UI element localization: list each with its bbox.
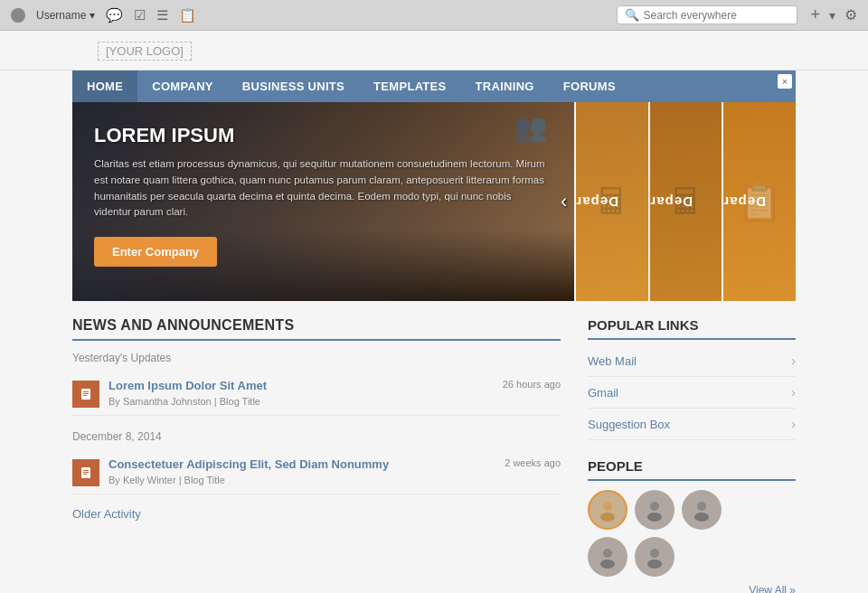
svg-rect-7 xyxy=(83,474,87,475)
hero-arrow-left[interactable]: ‹ xyxy=(561,190,567,213)
sidebar-section: POPULAR LINKS Web Mail › Gmail › Suggest… xyxy=(588,317,796,593)
nav-item-home[interactable]: HOME xyxy=(72,71,137,102)
news-date-group-2: December 8, 2014 xyxy=(72,430,561,443)
news-time-1: 26 hours ago xyxy=(503,379,561,390)
hero-section: 👥 LOREM IPSUM Claritas est etiam process… xyxy=(72,102,796,301)
top-bar: Username ▾ 💬 ☑ ☰ 📋 🔍 + ▾ ⚙ xyxy=(0,0,868,31)
chevron-down-icon: ▾ xyxy=(90,9,95,22)
document-icon xyxy=(80,388,92,400)
dept-label-2: Department xyxy=(648,165,722,238)
calendar-icon[interactable]: 📋 xyxy=(179,7,196,24)
svg-rect-6 xyxy=(83,472,89,473)
avatar-2[interactable] xyxy=(635,490,675,530)
svg-point-9 xyxy=(600,513,615,522)
chat-icon[interactable]: 💬 xyxy=(106,7,123,24)
nav-item-training[interactable]: TRAINING xyxy=(461,71,549,102)
popular-link-webmail-label: Web Mail xyxy=(588,354,637,368)
news-body-1: Lorem Ipsum Dolor Sit Amet By Samantha J… xyxy=(108,379,494,408)
avatar-icon-4 xyxy=(595,544,620,569)
department-col-1[interactable]: 🖩 Department xyxy=(574,102,648,301)
svg-point-13 xyxy=(694,513,709,522)
chevron-right-icon-1: › xyxy=(791,353,796,368)
svg-rect-3 xyxy=(83,395,87,396)
settings-icon[interactable]: ⚙ xyxy=(844,6,857,24)
svg-point-12 xyxy=(697,502,706,511)
news-icon-1 xyxy=(72,381,99,408)
nav-bar: HOME COMPANY BUSINESS UNITS TEMPLATES TR… xyxy=(72,71,796,102)
view-all-people-link[interactable]: View All » xyxy=(588,584,796,593)
popular-links-title: POPULAR LINKS xyxy=(588,317,796,340)
svg-rect-2 xyxy=(83,393,89,394)
news-date-label-2: December 8, 2014 xyxy=(72,430,561,443)
hero-description: Claritas est etiam processus dynamicus, … xyxy=(94,156,547,221)
news-section-title: NEWS AND ANNOUNCEMENTS xyxy=(72,317,561,341)
svg-point-14 xyxy=(603,549,612,558)
avatar-icon-1 xyxy=(595,497,620,522)
older-activity-link[interactable]: Older Activity xyxy=(72,507,141,521)
popular-link-suggestion-label: Suggestion Box xyxy=(588,418,670,431)
list-icon[interactable]: ☰ xyxy=(156,7,168,24)
svg-point-16 xyxy=(650,549,659,558)
news-item-2: Consectetuer Adipiscing Elit, Sed Diam N… xyxy=(72,450,561,494)
svg-rect-1 xyxy=(83,391,89,392)
username-label: Username xyxy=(36,9,86,22)
news-group-1-label: Yesterday's Updates xyxy=(72,352,561,364)
svg-point-17 xyxy=(647,560,662,569)
top-bar-left: Username ▾ 💬 ☑ ☰ 📋 xyxy=(11,7,604,24)
avatar-5[interactable] xyxy=(635,537,675,577)
avatar-4[interactable] xyxy=(588,537,627,577)
logo: [YOUR LOGO] xyxy=(98,42,192,61)
dept-label-1: Department xyxy=(574,165,648,238)
tasks-icon[interactable]: ☑ xyxy=(134,7,146,24)
nav-item-business-units[interactable]: BUSINESS UNITS xyxy=(228,71,359,102)
news-section: NEWS AND ANNOUNCEMENTS Yesterday's Updat… xyxy=(72,317,561,593)
popular-link-gmail-label: Gmail xyxy=(588,386,618,400)
avatar-1[interactable] xyxy=(588,490,627,530)
chevron-right-icon-3: › xyxy=(791,417,796,431)
svg-rect-5 xyxy=(83,470,89,471)
people-title: PEOPLE xyxy=(588,458,796,481)
top-bar-right: + ▾ ⚙ xyxy=(810,5,857,24)
popular-link-suggestion[interactable]: Suggestion Box › xyxy=(588,409,796,440)
avatar-icon-2 xyxy=(642,497,667,522)
search-icon: 🔍 xyxy=(625,8,639,22)
lower-content: NEWS AND ANNOUNCEMENTS Yesterday's Updat… xyxy=(72,301,796,593)
svg-point-10 xyxy=(650,502,659,511)
username-button[interactable]: Username ▾ xyxy=(36,9,95,22)
news-meta-2: By Kelly Winter | Blog Title xyxy=(108,475,225,485)
hero-content: LOREM IPSUM Claritas est etiam processus… xyxy=(94,124,547,267)
people-grid xyxy=(588,490,796,577)
user-avatar-icon xyxy=(11,8,25,23)
main-wrapper: HOME COMPANY BUSINESS UNITS TEMPLATES TR… xyxy=(0,71,868,593)
department-col-2[interactable]: 🖩 Department xyxy=(648,102,722,301)
department-col-3[interactable]: 📋 Department xyxy=(722,102,796,301)
dept-label-3: Department xyxy=(722,165,796,238)
enter-company-button[interactable]: Enter Company xyxy=(94,237,217,267)
hero-title: LOREM IPSUM xyxy=(94,124,547,147)
news-icon-2 xyxy=(72,459,99,486)
svg-point-8 xyxy=(603,502,612,511)
logo-area: [YOUR LOGO] xyxy=(0,31,868,71)
hero-main-panel: 👥 LOREM IPSUM Claritas est etiam process… xyxy=(72,102,574,301)
nav-item-templates[interactable]: TEMPLATES xyxy=(359,71,460,102)
news-meta-1: By Samantha Johnston | Blog Title xyxy=(108,396,260,407)
popular-link-webmail[interactable]: Web Mail › xyxy=(588,345,796,377)
nav-item-forums[interactable]: FORUMS xyxy=(549,71,630,102)
department-columns: 🖩 Department 🖩 Department 📋 Department xyxy=(574,102,796,301)
nav-close-button[interactable]: × xyxy=(778,74,792,89)
add-icon[interactable]: + xyxy=(810,5,820,24)
news-item-1: Lorem Ipsum Dolor Sit Amet By Samantha J… xyxy=(72,372,561,416)
dropdown-icon[interactable]: ▾ xyxy=(829,8,835,23)
popular-link-gmail[interactable]: Gmail › xyxy=(588,377,796,409)
news-time-2: 2 weeks ago xyxy=(505,457,561,468)
svg-point-11 xyxy=(647,513,662,522)
search-input[interactable] xyxy=(643,9,769,22)
search-bar: 🔍 xyxy=(617,5,797,24)
svg-point-15 xyxy=(600,560,615,569)
news-link-1[interactable]: Lorem Ipsum Dolor Sit Amet xyxy=(108,379,494,392)
document-icon-2 xyxy=(80,466,92,479)
nav-item-company[interactable]: COMPANY xyxy=(137,71,228,102)
avatar-icon-5 xyxy=(642,544,667,569)
news-link-2[interactable]: Consectetuer Adipiscing Elit, Sed Diam N… xyxy=(108,457,495,471)
avatar-3[interactable] xyxy=(682,490,722,530)
